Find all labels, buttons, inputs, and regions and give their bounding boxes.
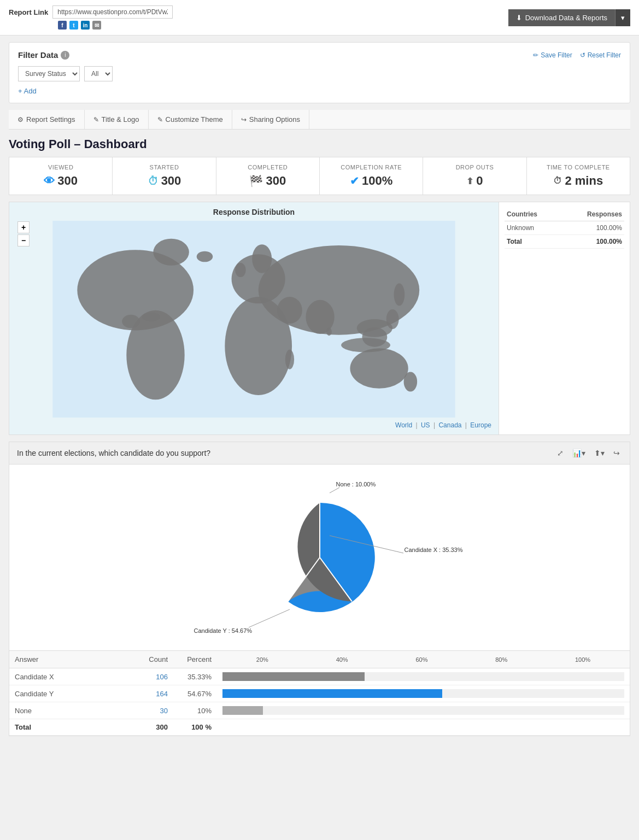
pie-chart-svg (238, 486, 402, 628)
map-controls: + − (17, 221, 30, 246)
pie-chart-container: None : 10.00% Candidate X : 35.33% Candi… (9, 465, 630, 650)
save-filter-button[interactable]: ✏ Save Filter (533, 51, 572, 59)
email-icon[interactable]: ✉ (92, 21, 101, 30)
map-link-canada[interactable]: Canada (438, 421, 461, 429)
dropout-icon: ⬆ (466, 176, 473, 186)
stat-completed: COMPLETED 🏁 300 (216, 157, 320, 195)
add-filter-button[interactable]: + Add (18, 87, 37, 95)
download-button[interactable]: ⬇ Download Data & Reports (508, 9, 615, 26)
table-row-total: Total 100.00% (505, 235, 624, 249)
stat-time: TIME TO COMPLETE ⏱ 2 mins (527, 157, 630, 195)
map-container: Response Distribution + − (9, 202, 499, 434)
reset-filter-icon: ↺ (580, 51, 585, 59)
map-title: Response Distribution (15, 208, 493, 216)
map-section: Response Distribution + − (9, 202, 630, 435)
filter-value-select[interactable]: All (84, 66, 113, 81)
svg-point-20 (142, 313, 160, 321)
theme-icon: ✎ (157, 116, 163, 124)
svg-point-11 (197, 251, 213, 262)
bar-track-none (222, 706, 624, 715)
svg-point-7 (350, 348, 408, 389)
toolbar: ⚙ Report Settings ✎ Title & Logo ✎ Custo… (9, 110, 630, 130)
started-icon: ⏱ (148, 175, 159, 187)
toolbar-customize-theme[interactable]: ✎ Customize Theme (149, 110, 232, 129)
stat-completion-rate: COMPLETION RATE ✔ 100% (320, 157, 423, 195)
filter-info-icon: i (61, 51, 69, 60)
svg-point-10 (235, 263, 246, 277)
report-link-input[interactable] (52, 5, 173, 19)
save-filter-icon: ✏ (533, 51, 538, 59)
filter-row: Survey Status All (18, 66, 621, 81)
filter-section: Filter Data i ✏ Save Filter ↺ Reset Filt… (9, 42, 630, 103)
twitter-icon[interactable]: t (69, 21, 78, 30)
map-table: Countries Responses Unknown 100.00% Tota… (499, 202, 630, 434)
filter-status-select[interactable]: Survey Status (18, 66, 80, 81)
table-row-total: Total 300 100 % (9, 719, 630, 736)
question-download-btn[interactable]: ⬆▾ (592, 448, 607, 459)
bar-track-candidate-x (222, 672, 624, 681)
pie-label-none: None : 10.00% (336, 481, 376, 487)
svg-point-2 (153, 239, 189, 266)
pie-label-candidate-x: Candidate X : 35.33% (404, 547, 463, 553)
map-link-world[interactable]: World (395, 421, 412, 429)
title-icon: ✎ (93, 116, 99, 124)
dashboard-title: Voting Poll – Dashboard (9, 137, 630, 151)
pie-label-candidate-y: Candidate Y : 54.67% (194, 627, 253, 634)
download-btn-group[interactable]: ⬇ Download Data & Reports ▾ (508, 9, 630, 26)
svg-point-9 (394, 284, 405, 306)
pie-chart-wrapper: None : 10.00% Candidate X : 35.33% Candi… (194, 475, 445, 639)
filter-title: Filter Data (18, 50, 58, 60)
stat-started: STARTED ⏱ 300 (113, 157, 216, 195)
world-map-svg (15, 221, 493, 418)
rate-icon: ✔ (350, 174, 359, 187)
settings-icon: ⚙ (17, 116, 24, 124)
linkedin-icon[interactable]: in (81, 21, 90, 30)
reset-filter-button[interactable]: ↺ Reset Filter (580, 51, 621, 59)
bar-track-candidate-y (222, 689, 624, 698)
svg-point-16 (277, 297, 302, 324)
question-text: In the current elections, which candidat… (17, 449, 555, 457)
time-icon: ⏱ (553, 176, 562, 186)
svg-point-8 (404, 372, 418, 392)
question-section: In the current elections, which candidat… (9, 442, 630, 736)
download-icon: ⬇ (516, 14, 522, 22)
map-zoom-out[interactable]: − (17, 234, 30, 246)
svg-point-21 (341, 338, 390, 352)
table-row: Unknown 100.00% (505, 221, 624, 235)
question-more-btn[interactable]: ↪ (611, 448, 622, 459)
map-link-europe[interactable]: Europe (470, 421, 491, 429)
stat-dropouts: DROP OUTS ⬆ 0 (423, 157, 526, 195)
toolbar-report-settings[interactable]: ⚙ Report Settings (9, 110, 85, 129)
bar-fill-none (222, 706, 263, 715)
table-row: Candidate Y 164 54.67% (9, 685, 630, 702)
stat-viewed: VIEWED 👁 300 (9, 157, 113, 195)
svg-point-19 (122, 315, 140, 328)
toolbar-sharing-options[interactable]: ↪ Sharing Options (232, 110, 309, 129)
viewed-icon: 👁 (44, 175, 55, 187)
map-data-table: Countries Responses Unknown 100.00% Tota… (505, 208, 624, 249)
question-actions: ⤢ 📊▾ ⬆▾ ↪ (555, 448, 622, 459)
toolbar-title-logo[interactable]: ✎ Title & Logo (85, 110, 149, 129)
svg-point-15 (285, 350, 294, 369)
table-row: None 30 10% (9, 702, 630, 719)
download-dropdown-arrow[interactable]: ▾ (615, 9, 630, 26)
map-links: World | US | Canada | Europe (15, 421, 493, 429)
answer-table-section: Answer Count Percent 20% 40% 60% 80% 100… (9, 650, 630, 736)
stats-row: VIEWED 👁 300 STARTED ⏱ 300 COMPLETED 🏁 3… (9, 157, 630, 195)
question-header: In the current elections, which candidat… (9, 442, 630, 465)
filter-actions: ✏ Save Filter ↺ Reset Filter (533, 51, 621, 59)
answer-table: Answer Count Percent 20% 40% 60% 80% 100… (9, 650, 630, 736)
bar-fill-candidate-y (222, 689, 442, 698)
facebook-icon[interactable]: f (58, 21, 67, 30)
bar-fill-candidate-x (222, 672, 365, 681)
map-zoom-in[interactable]: + (17, 221, 30, 233)
table-row: Candidate X 106 35.33% (9, 668, 630, 685)
question-share-btn[interactable]: ⤢ (555, 448, 566, 459)
completed-icon: 🏁 (249, 174, 263, 187)
svg-point-22 (326, 328, 332, 336)
report-link-label: Report Link (9, 8, 48, 16)
question-chart-btn[interactable]: 📊▾ (570, 448, 588, 459)
svg-point-14 (386, 309, 399, 329)
map-link-us[interactable]: US (421, 421, 430, 429)
share-icon: ↪ (241, 116, 247, 124)
